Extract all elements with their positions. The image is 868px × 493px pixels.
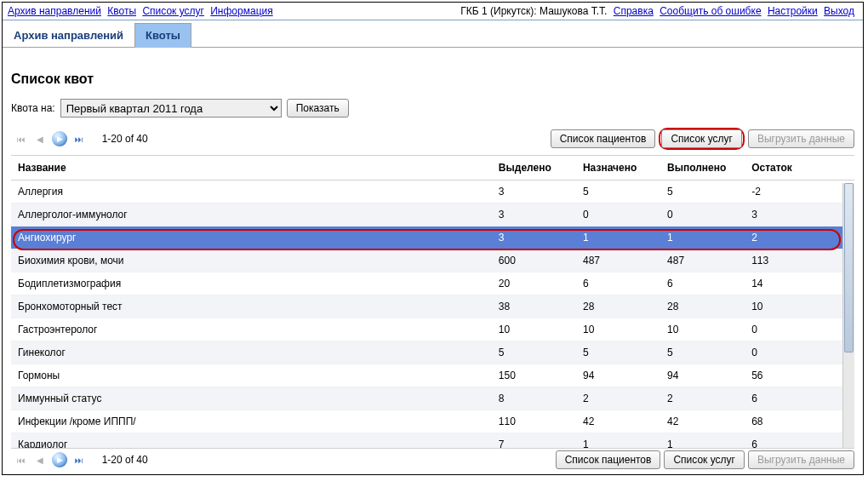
cell-done: 28 [660,295,745,318]
cell-done: 5 [660,341,745,364]
services-button-bottom[interactable]: Список услуг [664,450,745,469]
col-allocated[interactable]: Выделено [492,156,576,181]
last-page-icon-bottom[interactable]: ⏭ [72,453,86,467]
col-assigned[interactable]: Назначено [576,156,660,181]
tab-bar: Архив направлений Квоты [3,20,863,48]
table-row[interactable]: Иммунный статус8226 [11,387,854,410]
table-header-row: Название Выделено Назначено Выполнено Ос… [11,156,854,181]
cell-rest: 113 [745,249,829,272]
table-row[interactable]: Гастроэнтеролог1010100 [11,318,854,341]
table-row[interactable]: Бронхомоторный тест38282810 [11,295,854,318]
cell-allocated: 5 [492,341,576,364]
top-bar: Архив направлений Квоты Список услуг Инф… [3,3,863,20]
cell-allocated: 8 [492,387,576,410]
nav-quotas[interactable]: Квоты [107,5,136,17]
services-button-top[interactable]: Список услуг [661,129,742,148]
prev-page-icon-bottom: ◀ [33,453,47,467]
cell-name: Ангиохирург [11,226,492,249]
cell-allocated: 38 [492,295,576,318]
cell-allocated: 20 [492,272,576,295]
cell-name: Бодиплетизмография [11,272,492,295]
user-context: ГКБ 1 (Иркутск): Машукова Т.Т. [460,5,607,17]
cell-assigned: 2 [576,387,660,410]
next-page-icon-bottom[interactable]: ▶ [52,452,67,467]
period-select[interactable]: Первый квартал 2011 года [60,99,282,118]
patients-button-top[interactable]: Список пациентов [551,129,656,148]
cell-name: Гинеколог [11,341,492,364]
cell-assigned: 42 [576,410,660,433]
table-row[interactable]: Гормоны150949456 [11,364,854,387]
patients-button-bottom[interactable]: Список пациентов [556,450,661,469]
table-row[interactable]: Инфекции /кроме ИППП/110424268 [11,410,854,433]
cell-allocated: 3 [492,181,576,204]
cell-rest: 0 [745,341,829,364]
last-page-icon[interactable]: ⏭ [72,132,86,146]
table-row[interactable]: Аллергия355-2 [11,181,854,204]
cell-rest: 0 [745,318,829,341]
cell-assigned: 5 [576,341,660,364]
cell-name: Аллерголог-иммунолог [11,204,492,226]
pager-text-bottom: 1-20 of 40 [102,454,148,466]
pager-top: ⏮ ◀ ▶ ⏭ 1-20 of 40 [11,131,148,146]
cell-done: 10 [660,318,745,341]
cell-rest: 2 [745,226,829,249]
cell-name: Инфекции /кроме ИППП/ [11,410,492,433]
tab-archive[interactable]: Архив направлений [3,23,134,48]
cell-assigned: 0 [576,204,660,226]
cell-done: 1 [660,226,745,249]
cell-name: Гормоны [11,364,492,387]
table-row[interactable]: Аллерголог-иммунолог3003 [11,204,854,226]
first-page-icon-bottom: ⏮ [14,453,28,467]
cell-done: 5 [660,181,745,204]
cell-name: Бронхомоторный тест [11,295,492,318]
table-row[interactable]: Биохимия крови, мочи600487487113 [11,249,854,272]
cell-assigned: 10 [576,318,660,341]
cell-assigned: 5 [576,181,660,204]
cell-assigned: 1 [576,226,660,249]
services-button-highlight: Список услуг [659,128,745,150]
cell-done: 42 [660,410,745,433]
cell-rest: 6 [745,387,829,410]
cell-allocated: 3 [492,226,576,249]
cell-rest: 56 [745,364,829,387]
col-rest[interactable]: Остаток [745,156,829,181]
top-nav-right: ГКБ 1 (Иркутск): Машукова Т.Т. Справка С… [460,5,858,17]
table-row[interactable]: Бодиплетизмография206614 [11,272,854,295]
cell-name: Аллергия [11,181,492,204]
cell-name: Иммунный статус [11,387,492,410]
col-done[interactable]: Выполнено [660,156,745,181]
cell-name: Биохимия крови, мочи [11,249,492,272]
cell-done: 6 [660,272,745,295]
col-name[interactable]: Название [11,156,492,181]
nav-archive[interactable]: Архив направлений [8,5,101,17]
nav-report-bug[interactable]: Сообщить об ошибке [660,5,761,17]
cell-assigned: 94 [576,364,660,387]
app-window: Архив направлений Квоты Список услуг Инф… [2,2,864,475]
scrollbar-thumb[interactable] [844,183,854,353]
cell-rest: 10 [745,295,829,318]
toolbar-top: ⏮ ◀ ▶ ⏭ 1-20 of 40 Список пациентов Спис… [11,126,854,152]
action-buttons-bottom: Список пациентов Список услуг Выгрузить … [556,450,854,469]
nav-logout[interactable]: Выход [824,5,854,17]
toolbar-bottom: ⏮ ◀ ▶ ⏭ 1-20 of 40 Список пациентов Спис… [11,448,854,471]
cell-allocated: 10 [492,318,576,341]
next-page-icon[interactable]: ▶ [52,131,67,146]
export-button-top: Выгрузить данные [748,129,854,148]
nav-services[interactable]: Список услуг [142,5,204,17]
top-nav-left: Архив направлений Квоты Список услуг Инф… [8,5,277,17]
export-button-bottom: Выгрузить данные [748,450,854,469]
tab-quotas[interactable]: Квоты [134,23,191,48]
table-row[interactable]: Гинеколог5550 [11,341,854,364]
cell-rest: -2 [745,181,829,204]
nav-info[interactable]: Информация [210,5,272,17]
vertical-scrollbar[interactable] [842,183,854,456]
cell-done: 2 [660,387,745,410]
table-row[interactable]: Ангиохирург3112 [11,226,854,249]
nav-help[interactable]: Справка [614,5,654,17]
nav-settings[interactable]: Настройки [768,5,818,17]
grid-wrap: Название Выделено Назначено Выполнено Ос… [11,155,854,456]
cell-rest: 3 [745,204,829,226]
cell-allocated: 3 [492,204,576,226]
show-button[interactable]: Показать [287,99,349,118]
first-page-icon: ⏮ [14,132,28,146]
